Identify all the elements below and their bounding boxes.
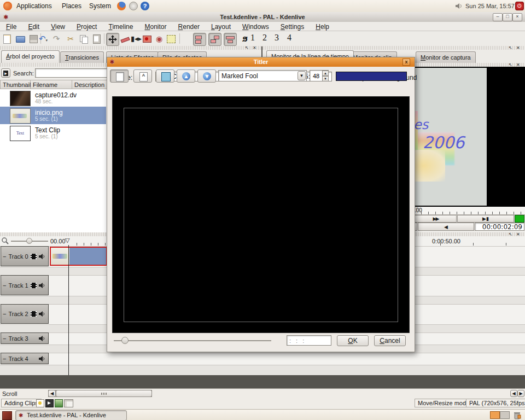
view-mode-2-icon[interactable] [208, 33, 221, 46]
menu-monitor[interactable]: Monitor [139, 22, 171, 32]
go-to-end-button[interactable]: ▶▮ [457, 215, 514, 223]
raise-object-button[interactable]: ▲ [177, 69, 195, 83]
track-2-header[interactable]: − Track 2 [1, 304, 49, 324]
col-thumbnail[interactable]: Thumbnail [0, 80, 31, 89]
speaker-icon[interactable] [39, 254, 45, 259]
menu-view[interactable]: View [46, 22, 70, 32]
clip-row-textclip[interactable]: Text Text Clip 5 sec. (1) [0, 124, 106, 142]
clip-row-capture012[interactable]: capture012.dv 48 sec. [0, 89, 106, 107]
tab-transitions[interactable]: Transiciones [60, 51, 104, 63]
spacer-tool-icon[interactable]: ▮◂▸ [130, 33, 142, 45]
menu-edit[interactable]: Edit [23, 22, 44, 32]
tab-project-tree[interactable]: Árbol del proyecto [1, 50, 60, 63]
menu-windows[interactable]: Windows [237, 22, 274, 32]
pane-scroll-left-icon[interactable]: ◀ [510, 390, 517, 397]
spin-up-icon[interactable]: ▲ [322, 71, 329, 76]
system-menu[interactable]: System [89, 2, 111, 10]
minimize-button[interactable]: – [493, 13, 503, 21]
rewind-button[interactable]: ◀ [418, 223, 474, 231]
dock-close-icon[interactable]: ✕ [253, 46, 256, 50]
speaker-icon[interactable] [39, 336, 45, 341]
ubuntu-logo-icon[interactable] [3, 2, 12, 10]
view-mode-3-icon[interactable] [224, 33, 237, 46]
maximize-button[interactable]: □ [503, 13, 512, 21]
show-desktop-icon[interactable] [2, 411, 12, 420]
speaker-icon[interactable] [39, 311, 45, 317]
track-4-header[interactable]: − Track 4 [1, 353, 49, 364]
redo-icon[interactable]: ↷ [50, 33, 62, 45]
playhead-line[interactable] [68, 245, 69, 375]
tab-capture-monitor[interactable]: Monitor de captura [416, 51, 476, 63]
menu-render[interactable]: Render [173, 22, 205, 32]
track-0-header[interactable]: − Track 0 [1, 246, 49, 266]
project-dock-handle[interactable]: ↖ ✕ [0, 46, 261, 50]
record-monitor-button[interactable] [515, 215, 524, 223]
menu-timeline[interactable]: Timeline [103, 22, 138, 32]
dock-close-icon[interactable]: ✕ [516, 63, 520, 67]
screenshot-icon[interactable] [129, 2, 138, 10]
chevron-down-icon[interactable]: ▼ [298, 71, 306, 80]
move-tool-icon[interactable] [106, 33, 119, 46]
video-track-icon[interactable] [31, 283, 37, 288]
clock[interactable]: Sun 25 Mar, 15:57 [465, 3, 515, 9]
dock-restore-icon[interactable]: ↖ [245, 46, 249, 50]
places-menu[interactable]: Places [62, 2, 81, 10]
menu-file[interactable]: File [1, 22, 21, 32]
add-rect-button[interactable] [156, 69, 174, 83]
dialog-slider-track[interactable] [114, 340, 271, 341]
zoom-slider-handle[interactable] [26, 238, 32, 244]
new-document-icon[interactable] [1, 33, 13, 45]
collapse-track-icon[interactable]: − [3, 253, 6, 260]
menu-layout[interactable]: Layout [206, 22, 236, 32]
trash-icon[interactable] [513, 411, 521, 420]
cut-icon[interactable]: ✂ [65, 33, 77, 45]
copy-icon[interactable] [78, 33, 90, 45]
zoom-icon[interactable] [2, 237, 9, 246]
menu-settings[interactable]: Settings [276, 22, 309, 32]
video-track-icon[interactable] [31, 311, 37, 317]
firefox-icon[interactable] [117, 2, 126, 10]
dialog-slider-handle[interactable] [121, 337, 129, 344]
text-color-swatch[interactable] [336, 72, 407, 81]
pane-scroll-right-icon[interactable]: ▶ [517, 390, 524, 397]
collapse-track-icon[interactable]: − [3, 355, 6, 362]
workspace-2-cell[interactable] [500, 411, 510, 419]
ok-button[interactable]: OK [337, 335, 369, 346]
help-icon[interactable]: ? [141, 2, 149, 10]
dock-restore-icon[interactable]: ↖ [509, 63, 512, 67]
dialog-close-icon[interactable]: x [402, 59, 410, 66]
timeline-status-icon[interactable] [64, 399, 73, 407]
layout-2-button[interactable]: 2 [262, 33, 267, 43]
speaker-icon[interactable] [39, 283, 45, 288]
font-family-select[interactable]: Marked Fool ▼ [218, 70, 307, 81]
clear-search-button[interactable]: ▸ [1, 68, 10, 78]
spin-down-icon[interactable]: ▼ [322, 76, 329, 81]
title-canvas[interactable] [112, 96, 410, 333]
menu-help[interactable]: Help [311, 22, 334, 32]
layout-3-button[interactable]: 3 [275, 33, 279, 43]
font-size-spinner[interactable]: ▲ ▼ [310, 70, 329, 81]
coordinates-field[interactable] [287, 335, 331, 346]
col-filename[interactable]: Filename [31, 80, 72, 89]
video-track-icon[interactable] [31, 254, 37, 259]
add-text-button[interactable]: A [133, 69, 152, 83]
forward-button[interactable]: ▶▶ [415, 215, 457, 223]
paste-icon[interactable] [91, 33, 103, 45]
undo-icon[interactable]: ↶▾ [36, 33, 50, 45]
workspace-1-cell[interactable] [490, 411, 500, 419]
select-tool-button[interactable] [110, 69, 129, 83]
image-status-icon[interactable] [55, 399, 63, 407]
audio-thumbnails-icon[interactable]: ϧ [239, 33, 251, 45]
record-icon[interactable] [141, 33, 153, 45]
timeline-clip-inicio[interactable] [50, 247, 107, 266]
selection-tool-icon[interactable] [165, 33, 177, 45]
monitor-dock-handle[interactable]: ↖ ✕ [262, 46, 525, 50]
lower-object-button[interactable]: ▼ [197, 69, 216, 83]
collapse-track-icon[interactable]: − [3, 282, 6, 289]
menu-project[interactable]: Project [72, 22, 102, 32]
clip-row-inicio[interactable]: inicio.png 5 sec. (1) [0, 107, 106, 124]
layout-4-button[interactable]: 4 [287, 33, 291, 43]
dialog-titlebar[interactable]: ✱ Titler x [107, 57, 415, 67]
layout-1-button[interactable]: 1 [250, 33, 255, 43]
volume-icon[interactable] [456, 3, 462, 10]
